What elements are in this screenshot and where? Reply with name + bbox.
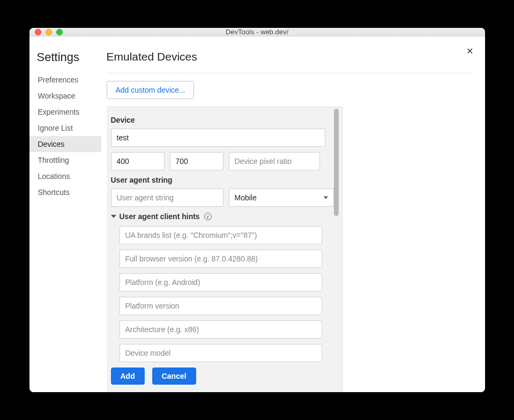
device-width-input[interactable] [111, 152, 165, 170]
sidebar: Settings Preferences Workspace Experimen… [29, 36, 99, 392]
ua-string-input[interactable] [111, 189, 224, 207]
ua-client-hints-fields [111, 226, 334, 362]
ua-type-value: Mobile [235, 193, 257, 202]
add-button[interactable]: Add [111, 368, 145, 385]
scrollbar[interactable] [334, 109, 339, 216]
ua-brands-input[interactable] [120, 226, 322, 244]
ua-platform-input[interactable] [120, 273, 322, 291]
add-custom-device-button[interactable]: Add custom device... [107, 81, 195, 99]
ua-architecture-input[interactable] [120, 320, 322, 339]
sidebar-item-experiments[interactable]: Experiments [37, 104, 99, 120]
ua-client-hints-label: User agent client hints [120, 212, 200, 221]
info-icon[interactable]: i [204, 213, 212, 220]
chevron-down-icon [324, 197, 328, 199]
window-close-icon[interactable] [35, 29, 41, 35]
sidebar-item-shortcuts[interactable]: Shortcuts [37, 184, 99, 200]
window-title: DevTools - web.dev/ [29, 28, 485, 36]
panel-wrap: Device User agent string Mobile [107, 107, 472, 392]
ua-client-hints-toggle[interactable]: User agent client hints i [111, 212, 334, 221]
device-form-panel: Device User agent string Mobile [107, 107, 342, 392]
sidebar-item-ignore-list[interactable]: Ignore List [37, 120, 99, 136]
device-pixel-ratio-input[interactable] [229, 152, 320, 170]
triangle-down-icon [111, 215, 116, 218]
ua-full-version-input[interactable] [120, 250, 322, 268]
titlebar: DevTools - web.dev/ [29, 28, 485, 36]
sidebar-title: Settings [37, 50, 99, 64]
device-name-input[interactable] [111, 129, 325, 147]
cancel-button[interactable]: Cancel [152, 368, 196, 385]
sidebar-item-workspace[interactable]: Workspace [37, 88, 99, 104]
main: Emulated Devices Add custom device... De… [99, 36, 485, 392]
ua-section-label: User agent string [111, 176, 334, 184]
sidebar-item-throttling[interactable]: Throttling [37, 152, 99, 168]
device-section-label: Device [111, 116, 334, 124]
traffic-lights [35, 29, 63, 35]
ua-device-model-input[interactable] [120, 344, 322, 362]
close-icon[interactable]: ✕ [466, 46, 473, 56]
sidebar-item-locations[interactable]: Locations [37, 168, 99, 184]
sidebar-item-devices[interactable]: Devices [29, 136, 101, 152]
page-heading: Emulated Devices [107, 50, 472, 63]
sidebar-item-preferences[interactable]: Preferences [37, 72, 99, 88]
ua-type-select[interactable]: Mobile [229, 189, 334, 207]
window: DevTools - web.dev/ ✕ Settings Preferenc… [29, 28, 485, 392]
ua-platform-version-input[interactable] [120, 297, 322, 315]
device-height-input[interactable] [170, 152, 224, 170]
window-minimize-icon[interactable] [46, 29, 52, 35]
divider [107, 73, 472, 73]
window-maximize-icon[interactable] [56, 29, 63, 35]
content: ✕ Settings Preferences Workspace Experim… [29, 36, 485, 392]
